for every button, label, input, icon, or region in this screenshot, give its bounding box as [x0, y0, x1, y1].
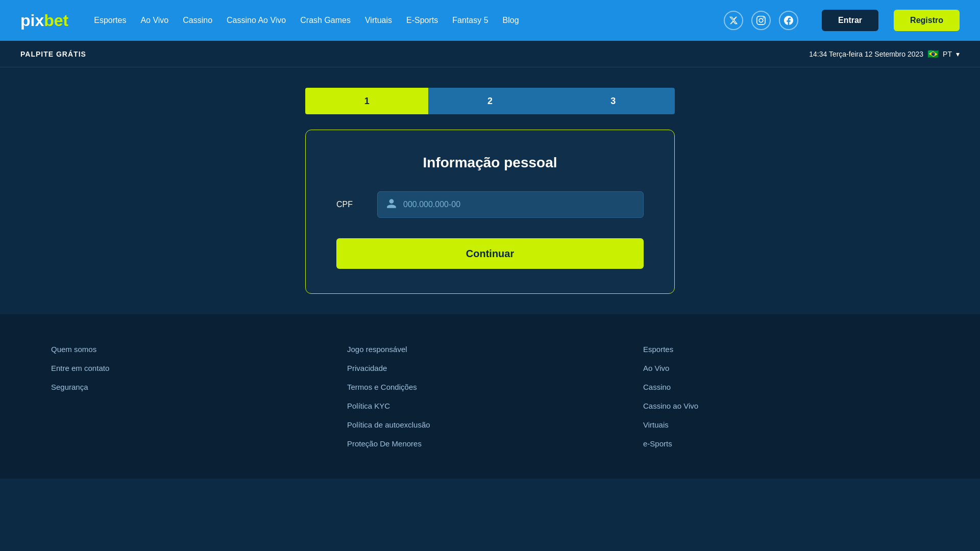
step-2: 2 — [428, 88, 551, 114]
steps-container: 1 2 3 — [305, 88, 675, 114]
footer-col-2: Jogo responsável Privacidade Termos e Co… — [347, 345, 633, 448]
cpf-label: CPF — [336, 200, 367, 209]
language-button[interactable]: PT — [943, 50, 952, 58]
nav-e-sports[interactable]: E-Sports — [406, 16, 438, 25]
step-2-number: 2 — [487, 96, 493, 107]
step-1-number: 1 — [364, 96, 370, 107]
footer-autoexclusao[interactable]: Política de autoexclusão — [347, 420, 633, 429]
datetime-display: 14:34 Terça-feira 12 Setembro 2023 🇧🇷 PT… — [809, 48, 960, 60]
footer-virtuais[interactable]: Virtuais — [643, 420, 929, 429]
footer: Quem somos Entre em contato Segurança Jo… — [0, 314, 980, 479]
footer-quem-somos[interactable]: Quem somos — [51, 345, 337, 354]
footer-cassino[interactable]: Cassino — [643, 383, 929, 391]
logo-pix: pix — [20, 11, 44, 30]
footer-protecao-menores[interactable]: Proteção De Menores — [347, 439, 633, 448]
palpite-gratis: PALPITE GRÁTIS — [20, 50, 86, 58]
brazil-flag-icon: 🇧🇷 — [927, 48, 939, 60]
footer-e-sports[interactable]: e-Sports — [643, 439, 929, 448]
person-icon — [386, 198, 397, 212]
nav-cassino[interactable]: Cassino — [183, 16, 212, 25]
main-content: 1 2 3 Informação pessoal CPF Continuar — [0, 67, 980, 314]
form-title: Informação pessoal — [336, 155, 644, 171]
footer-col-3: Esportes Ao Vivo Cassino Cassino ao Vivo… — [643, 345, 929, 448]
footer-privacidade[interactable]: Privacidade — [347, 364, 633, 372]
footer-entre-em-contato[interactable]: Entre em contato — [51, 364, 337, 372]
registration-form-card: Informação pessoal CPF Continuar — [305, 130, 675, 294]
cpf-row: CPF — [336, 191, 644, 218]
footer-grid: Quem somos Entre em contato Segurança Jo… — [51, 345, 929, 448]
registro-button[interactable]: Registro — [894, 10, 960, 31]
footer-esportes[interactable]: Esportes — [643, 345, 929, 354]
footer-seguranca[interactable]: Segurança — [51, 383, 337, 391]
footer-cassino-ao-vivo[interactable]: Cassino ao Vivo — [643, 402, 929, 410]
nav-ao-vivo[interactable]: Ao Vivo — [140, 16, 168, 25]
footer-ao-vivo[interactable]: Ao Vivo — [643, 364, 929, 372]
cpf-input[interactable] — [403, 200, 635, 209]
datetime-text: 14:34 Terça-feira 12 Setembro 2023 — [809, 50, 923, 58]
nav-crash-games[interactable]: Crash Games — [300, 16, 351, 25]
footer-jogo-responsavel[interactable]: Jogo responsável — [347, 345, 633, 354]
entrar-button[interactable]: Entrar — [822, 10, 878, 31]
logo[interactable]: pixbet — [20, 11, 68, 30]
footer-col-1: Quem somos Entre em contato Segurança — [51, 345, 337, 448]
footer-termos[interactable]: Termos e Condições — [347, 383, 633, 391]
step-3: 3 — [552, 88, 675, 114]
cpf-input-wrapper — [377, 191, 644, 218]
nav-cassino-ao-vivo[interactable]: Cassino Ao Vivo — [227, 16, 286, 25]
nav-fantasy-5[interactable]: Fantasy 5 — [452, 16, 488, 25]
subheader: PALPITE GRÁTIS 14:34 Terça-feira 12 Sete… — [0, 41, 980, 67]
logo-bet: bet — [44, 11, 68, 30]
continuar-button[interactable]: Continuar — [336, 238, 644, 269]
nav-esportes[interactable]: Esportes — [94, 16, 126, 25]
facebook-icon[interactable] — [779, 11, 798, 30]
nav-virtuais[interactable]: Virtuais — [365, 16, 392, 25]
header: pixbet Esportes Ao Vivo Cassino Cassino … — [0, 0, 980, 41]
social-icons — [724, 11, 798, 30]
step-1: 1 — [305, 88, 428, 114]
chevron-down-icon[interactable]: ▾ — [956, 50, 960, 58]
twitter-icon[interactable] — [724, 11, 743, 30]
main-nav: Esportes Ao Vivo Cassino Cassino Ao Vivo… — [94, 16, 708, 25]
step-3-number: 3 — [610, 96, 616, 107]
instagram-icon[interactable] — [751, 11, 771, 30]
nav-blog[interactable]: Blog — [503, 16, 519, 25]
footer-kyc[interactable]: Política KYC — [347, 402, 633, 410]
